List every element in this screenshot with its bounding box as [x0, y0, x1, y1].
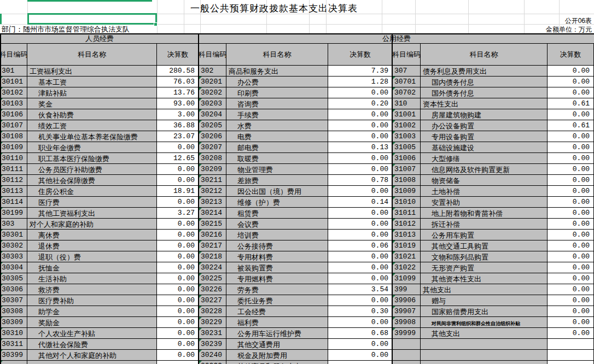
cell-final-amount[interactable] [157, 361, 199, 364]
cell-subject-code[interactable]: 30199 [0, 208, 27, 219]
cell-subject-name[interactable]: 地上附着物和青苗补偿 [421, 208, 548, 219]
cell-subject-name[interactable]: 资本性支出 [421, 98, 548, 109]
cell-final-amount[interactable]: 93.00 [157, 98, 199, 109]
cell-final-amount[interactable]: 0.00 [157, 251, 199, 262]
cell-subject-name[interactable]: 公务用车购置 [421, 230, 548, 240]
cell-subject-code[interactable]: 31012 [393, 219, 421, 230]
cell-final-amount[interactable]: 0.00 [328, 164, 393, 175]
cell-subject-name[interactable]: 基本工资 [27, 77, 157, 87]
column-header-code[interactable]: 科目编码 [199, 44, 226, 66]
cell-final-amount[interactable]: 0.00 [328, 262, 393, 273]
cell-subject-name[interactable]: 无形资产购置 [421, 262, 548, 273]
cell-subject-name[interactable]: 安置补助 [421, 197, 548, 208]
cell-subject-name[interactable]: 拆迁补偿 [421, 219, 548, 230]
cell-final-amount[interactable]: 0.00 [548, 328, 594, 339]
cell-subject-code[interactable] [393, 361, 421, 364]
column-header-name[interactable]: 科目名称 [27, 44, 157, 66]
cell-subject-code[interactable]: 30215 [199, 219, 226, 230]
cell-subject-name[interactable]: 公务用车运行维护费 [226, 328, 328, 339]
column-header-code[interactable]: 科目编码 [393, 44, 421, 66]
cell-final-amount[interactable]: 280.58 [157, 66, 199, 77]
cell-subject-code[interactable]: 30204 [199, 109, 226, 120]
cell-subject-name[interactable]: 信息网络及软件购置更新 [421, 164, 548, 175]
cell-subject-code[interactable]: 31001 [393, 109, 421, 120]
cell-subject-name[interactable]: 取暖费 [226, 153, 328, 164]
cell-subject-name[interactable]: 房屋建筑物购建 [421, 109, 548, 120]
selected-cell[interactable] [27, 13, 157, 25]
cell-subject-name[interactable]: 退职（役）费 [27, 251, 157, 262]
cell-final-amount[interactable]: 0.00 [328, 350, 393, 361]
cell-subject-code[interactable]: 30240 [199, 350, 226, 361]
cell-subject-name[interactable]: 因公出国（境）费用 [226, 186, 328, 197]
cell-subject-name[interactable]: 咨询费 [226, 98, 328, 109]
cell-subject-code[interactable]: 30309 [0, 317, 27, 328]
cell-subject-code[interactable]: 30311 [0, 339, 27, 350]
cell-final-amount[interactable]: 0.00 [548, 208, 594, 219]
cell-final-amount[interactable]: 0.78 [328, 175, 393, 186]
cell-final-amount[interactable]: 0.00 [548, 306, 594, 317]
cell-subject-code[interactable]: 30399 [0, 350, 27, 361]
cell-subject-code[interactable]: 30212 [199, 186, 226, 197]
cell-final-amount[interactable]: 0.00 [548, 186, 594, 197]
cell-subject-code[interactable]: 30224 [199, 262, 226, 273]
cell-subject-code[interactable]: 30239 [199, 339, 226, 350]
cell-final-amount[interactable]: 1.28 [328, 77, 393, 87]
cell-subject-name[interactable]: 租赁费 [226, 208, 328, 219]
cell-subject-code[interactable]: 31007 [393, 164, 421, 175]
cell-final-amount[interactable]: 0.00 [157, 328, 199, 339]
cell-subject-name[interactable]: 印刷费 [226, 87, 328, 98]
cell-final-amount[interactable]: 3.00 [157, 109, 199, 120]
cell-subject-name[interactable]: 办公设备购置 [421, 120, 548, 131]
cell-subject-code[interactable]: 30218 [199, 251, 226, 262]
cell-subject-code[interactable]: 30306 [0, 284, 27, 295]
selection-fill-handle[interactable] [154, 22, 158, 26]
cell-subject-name[interactable] [421, 361, 548, 364]
cell-subject-code[interactable]: 30302 [0, 240, 27, 251]
cell-subject-code[interactable]: 30217 [199, 240, 226, 251]
cell-subject-name[interactable]: 其他交通费用 [226, 339, 328, 350]
cell-final-amount[interactable] [548, 361, 594, 364]
cell-subject-code[interactable]: 30113 [0, 186, 27, 197]
cell-subject-code[interactable]: 302 [199, 66, 226, 77]
cell-subject-code[interactable]: 30226 [199, 284, 226, 295]
cell-final-amount[interactable]: 0.00 [328, 186, 393, 197]
cell-subject-code[interactable]: 31099 [393, 273, 421, 284]
section-header-personnel[interactable]: 人员经费 [0, 34, 199, 44]
column-header-name[interactable]: 科目名称 [226, 44, 328, 66]
cell-final-amount[interactable]: 0.00 [548, 131, 594, 142]
cell-subject-code[interactable]: 301 [0, 66, 27, 77]
cell-subject-name[interactable]: 公务接待费 [226, 240, 328, 251]
cell-subject-code[interactable]: 30304 [0, 262, 27, 273]
cell-subject-code[interactable]: 30108 [0, 131, 27, 142]
cell-final-amount[interactable]: 0.00 [328, 317, 393, 328]
cell-subject-code[interactable]: 31008 [393, 175, 421, 186]
cell-subject-name[interactable]: 其他支出 [421, 284, 548, 295]
cell-final-amount[interactable]: 0.00 [157, 284, 199, 295]
cell-final-amount[interactable]: 12.65 [157, 153, 199, 164]
cell-subject-code[interactable] [393, 339, 421, 350]
cell-final-amount[interactable]: 0.00 [328, 339, 393, 350]
cell-subject-name[interactable]: 培训费 [226, 230, 328, 240]
cell-subject-code[interactable]: 303 [0, 219, 27, 230]
cell-subject-code[interactable]: 30203 [199, 98, 226, 109]
cell-subject-name[interactable]: 其他对个人和家庭的补助 [27, 350, 157, 361]
cell-subject-code[interactable]: 30106 [0, 109, 27, 120]
cell-final-amount[interactable]: 0.13 [328, 142, 393, 153]
cell-subject-name[interactable]: 职业年金缴费 [27, 142, 157, 153]
cell-subject-code[interactable]: 30225 [199, 273, 226, 284]
cell-subject-name[interactable]: 住房公积金 [27, 186, 157, 197]
cell-final-amount[interactable]: 0.00 [328, 208, 393, 219]
cell-subject-name[interactable] [421, 339, 548, 350]
cell-final-amount[interactable]: 0.00 [157, 240, 199, 251]
cell-final-amount[interactable]: 0.00 [328, 87, 393, 98]
cell-subject-code[interactable]: 307 [393, 66, 421, 77]
cell-final-amount[interactable]: 0.00 [548, 109, 594, 120]
cell-subject-name[interactable]: 医疗费补助 [27, 295, 157, 306]
cell-final-amount[interactable] [548, 339, 594, 350]
cell-final-amount[interactable]: 0.00 [328, 109, 393, 120]
cell-subject-name[interactable]: 助学金 [27, 306, 157, 317]
section-header-public[interactable]: 公用经费 [199, 34, 594, 44]
cell-subject-code[interactable]: 30209 [199, 164, 226, 175]
cell-subject-code[interactable]: 39906 [393, 295, 421, 306]
cell-final-amount[interactable]: 0.00 [157, 230, 199, 240]
